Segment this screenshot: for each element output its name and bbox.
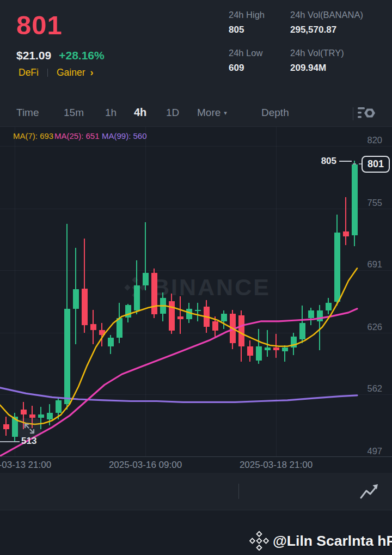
- x-tick-label: 2025-03-18 21:00: [232, 460, 320, 471]
- last-price: 801: [16, 10, 63, 40]
- candle-body: [21, 410, 27, 414]
- expand-chart-button[interactable]: [18, 418, 41, 439]
- high-price-label: 805: [309, 156, 336, 167]
- trading-screen: 801 $21.09+28.16% DeFi Gainer › 24h High…: [0, 0, 392, 555]
- candle-body: [108, 338, 114, 346]
- candle-body: [3, 424, 9, 429]
- h-gridline: [0, 270, 392, 271]
- v-gridline: [276, 127, 277, 456]
- price-usd-row: $21.09+28.16%: [16, 49, 105, 62]
- gainer-tag[interactable]: Gainer: [57, 67, 85, 78]
- last-price-badge[interactable]: 801: [362, 156, 390, 173]
- candle-body: [343, 231, 349, 236]
- candle-body: [47, 413, 53, 419]
- stat-label: 24h Low: [229, 48, 262, 58]
- candle-body: [125, 305, 131, 318]
- timeframe-tab-1d[interactable]: 1D: [166, 107, 179, 119]
- candle-body: [247, 346, 253, 356]
- ma-legend-item: MA(7): 693: [13, 131, 53, 141]
- candle-body: [265, 347, 271, 350]
- candle-body: [73, 289, 79, 308]
- x-tick-label: 2025-03-16 09:00: [102, 460, 189, 471]
- stat-value: 805: [229, 25, 244, 35]
- ma-legend-item: MA(25): 651: [54, 131, 100, 141]
- chart-settings-icon[interactable]: [358, 107, 376, 121]
- candle-body: [134, 285, 140, 310]
- candle-body: [256, 346, 262, 361]
- candle-body: [186, 309, 192, 319]
- candle-wick: [180, 296, 181, 334]
- change-percent: +28.16%: [59, 49, 105, 62]
- h-gridline: [0, 209, 392, 209]
- chevron-right-icon[interactable]: ›: [90, 67, 93, 78]
- candle-body: [12, 417, 18, 437]
- candle-body: [326, 303, 332, 310]
- stat-value: 209.94M: [290, 63, 326, 74]
- y-tick-label: 755: [367, 198, 382, 208]
- watermark-overlay: @Liln Scarlnta hPEf: [249, 531, 392, 551]
- candle-body: [352, 164, 358, 236]
- tag-row: DeFi Gainer ›: [19, 67, 93, 78]
- y-tick-label: 691: [367, 259, 382, 270]
- timeframe-tab-time[interactable]: Time: [16, 107, 39, 119]
- toolbar-divider: [353, 107, 353, 120]
- category-tag[interactable]: DeFi: [19, 67, 39, 78]
- stat-value: 295,570.87: [290, 25, 336, 35]
- indicator-chart-icon[interactable]: [359, 484, 380, 500]
- candle-body: [29, 414, 35, 417]
- candle-body: [334, 233, 340, 302]
- candle-body: [212, 321, 218, 331]
- candle-body: [230, 314, 236, 344]
- candle-body: [38, 414, 44, 417]
- candle-body: [317, 310, 323, 321]
- candle-body: [177, 316, 183, 319]
- price-usd: $21.09: [16, 49, 51, 62]
- tag-separator: [47, 69, 48, 77]
- low-price-pointer: [0, 441, 20, 442]
- expand-icon: [23, 422, 36, 435]
- candle-wick: [275, 334, 277, 358]
- candle-body: [90, 324, 96, 330]
- timeframe-tab-depth[interactable]: Depth: [261, 107, 289, 119]
- candle-body: [204, 307, 210, 327]
- timeframe-tab-4h[interactable]: 4h: [134, 106, 146, 119]
- candle-body: [282, 347, 288, 351]
- candle-body: [99, 330, 105, 335]
- v-gridline: [15, 127, 15, 456]
- candle-body: [117, 318, 122, 337]
- candle-wick: [267, 330, 268, 357]
- candle-body: [151, 273, 157, 314]
- indicator-bar: MAEMABOLLSARAVLVOLMACD: [0, 473, 392, 510]
- h-gridline: [0, 333, 392, 333]
- candle-body: [299, 323, 305, 339]
- binance-logo-icon: [249, 531, 269, 551]
- ma-legend-item: MA(99): 560: [102, 131, 147, 141]
- chevron-down-icon: ▾: [224, 109, 227, 116]
- candle-body: [238, 315, 244, 346]
- ticker-header: 801 $21.09+28.16% DeFi Gainer › 24h High…: [0, 0, 392, 126]
- y-tick-label: 820: [367, 135, 382, 145]
- y-tick-label: 562: [367, 383, 382, 394]
- indicator-divider: [238, 484, 239, 499]
- h-gridline: [0, 146, 392, 147]
- candle-body: [160, 298, 166, 313]
- stat-label: 24h High: [229, 10, 265, 20]
- last-price-connector: [353, 163, 362, 164]
- x-axis-line: [0, 456, 392, 457]
- candle-wick: [345, 197, 346, 245]
- candle-body: [291, 337, 297, 347]
- timeframe-tab-more[interactable]: More▾: [197, 107, 227, 119]
- stat-label: 24h Vol(BANANA): [290, 10, 363, 20]
- candle-body: [143, 273, 149, 285]
- candle-body: [308, 310, 314, 318]
- candle-body: [169, 301, 175, 331]
- v-gridline: [145, 127, 146, 456]
- h-gridline: [0, 394, 392, 395]
- timeframe-tab-1h[interactable]: 1h: [105, 107, 117, 119]
- stat-label: 24h Vol(TRY): [290, 48, 344, 58]
- candle-wick: [197, 303, 198, 321]
- timeframe-tab-15m[interactable]: 15m: [64, 107, 84, 119]
- candle-body: [221, 314, 227, 321]
- x-tick-label: 2025-03-13 21:00: [0, 460, 58, 471]
- high-price-pointer: [339, 161, 352, 162]
